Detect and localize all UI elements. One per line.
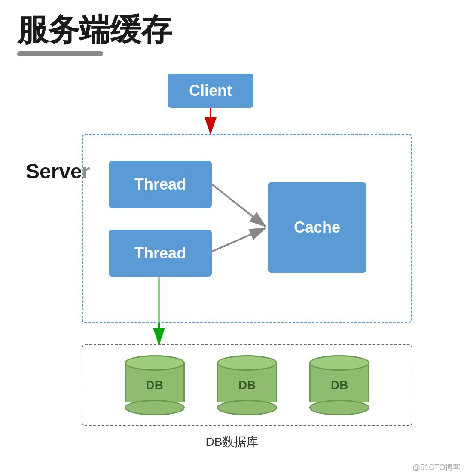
db-cylinder-2: DB (213, 355, 281, 415)
cache-box: Cache (268, 182, 366, 273)
client-box: Client (168, 74, 253, 108)
diagram-area: Client Server Thread Thread Cache (26, 74, 438, 448)
page-title: 服务端缓存 (17, 13, 447, 47)
db-label-3: DB (331, 378, 348, 392)
thread1-label: Thread (134, 175, 186, 193)
db-bottom-3 (309, 400, 369, 415)
title-underline (17, 51, 103, 56)
thread-box-2: Thread (109, 230, 212, 277)
db-bottom-1 (125, 400, 185, 415)
client-label: Client (189, 82, 232, 100)
main-container: 服务端缓存 (0, 0, 464, 476)
watermark: @51CTO博客 (412, 462, 461, 473)
server-label: Server (26, 160, 90, 183)
db-top-1 (125, 355, 185, 371)
db-label-2: DB (238, 378, 256, 392)
server-box: Thread Thread Cache (82, 134, 412, 323)
db-section: DB DB DB (82, 344, 412, 426)
thread2-label: Thread (134, 244, 186, 262)
db-bottom-2 (217, 400, 277, 415)
thread-box-1: Thread (109, 161, 212, 208)
db-top-2 (217, 355, 277, 371)
cache-label: Cache (294, 218, 340, 236)
db-cylinder-3: DB (305, 355, 374, 415)
db-label-1: DB (146, 378, 163, 392)
db-section-label: DB数据库 (26, 434, 438, 450)
db-cylinder-1: DB (120, 355, 189, 415)
